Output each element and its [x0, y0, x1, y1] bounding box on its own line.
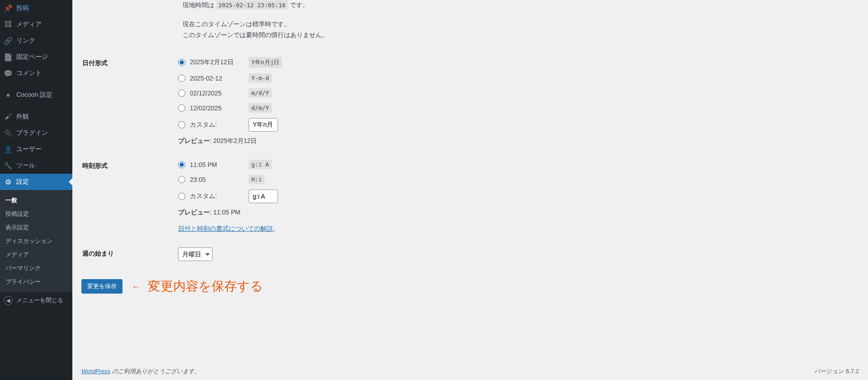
footer-thanks-text: のご利用ありがとうございます。	[110, 368, 200, 375]
submenu-item[interactable]: プライバシー	[0, 275, 72, 289]
time-preview-value: 11:05 PM	[213, 209, 241, 216]
collapse-menu-button[interactable]: ◀ メニューを閉じる	[0, 292, 72, 309]
media-icon: 🖼	[4, 20, 13, 29]
collapse-icon: ◀	[4, 296, 13, 305]
brush-icon: 🖌	[4, 112, 13, 121]
time-format-option-code: H:i	[249, 175, 264, 184]
sidebar-item-label: メディア	[16, 20, 42, 28]
date-format-option[interactable]: 12/02/2025d/m/Y	[178, 103, 854, 113]
tool-icon: 🔧	[4, 161, 13, 170]
time-format-heading: 時刻形式	[82, 153, 173, 240]
date-format-option[interactable]: 02/12/2025m/d/Y	[178, 88, 854, 98]
time-format-custom-row[interactable]: カスタム:	[178, 190, 854, 203]
main-content: 現地時間は 2025-02-12 23:05:16 です。 現在このタイムゾーン…	[72, 0, 868, 380]
date-format-option-label: 02/12/2025	[190, 90, 249, 97]
page-icon: 📄	[4, 52, 13, 62]
annotation-text: 変更内容を保存する	[148, 278, 263, 295]
time-format-radio[interactable]	[178, 161, 185, 168]
date-format-option-label: 2025年2月12日	[190, 58, 249, 66]
date-format-option-code: Y年n月j日	[249, 57, 282, 68]
footer-version: バージョン 6.7.2	[815, 367, 859, 375]
date-format-radio[interactable]	[178, 59, 185, 66]
sidebar-item-label: 外観	[16, 113, 29, 121]
week-start-heading: 週の始まり	[82, 241, 173, 268]
date-format-radio[interactable]	[178, 90, 185, 97]
time-format-option-label: 11:05 PM	[190, 161, 249, 168]
date-format-radio[interactable]	[178, 104, 185, 112]
date-format-option[interactable]: 2025年2月12日Y年n月j日	[178, 57, 854, 68]
datetime-doc-link[interactable]: 日付と時刻の書式についての解説	[178, 225, 273, 232]
time-format-radio[interactable]	[178, 176, 185, 183]
time-format-option-label: 23:05	[190, 176, 249, 183]
submenu-item[interactable]: パーマリンク	[0, 261, 72, 275]
local-time-value: 2025-02-12 23:05:16	[216, 0, 288, 10]
sidebar-item-link[interactable]: 🔗リンク	[0, 33, 72, 49]
dot-icon: ●	[4, 90, 13, 100]
sidebar-item-label: ユーザー	[16, 145, 42, 153]
date-format-custom-label: カスタム:	[190, 121, 249, 129]
submenu-item[interactable]: メディア	[0, 248, 72, 261]
time-preview-label: プレビュー	[178, 209, 210, 216]
sidebar-item-comment[interactable]: 💬コメント	[0, 65, 72, 81]
sidebar-item-pin[interactable]: 📌投稿	[0, 0, 72, 16]
sidebar-item-tool[interactable]: 🔧ツール	[0, 157, 72, 174]
date-format-option-code: m/d/Y	[249, 88, 272, 98]
collapse-menu-label: メニューを閉じる	[16, 296, 63, 304]
timezone-info: 現地時間は 2025-02-12 23:05:16 です。 現在このタイムゾーン…	[183, 0, 859, 40]
sidebar-item-label: 設定	[16, 178, 29, 186]
footer-wordpress-link[interactable]: WordPress	[81, 368, 110, 375]
date-format-option-code: d/m/Y	[249, 103, 272, 113]
date-format-radio[interactable]	[178, 75, 185, 82]
date-preview-label: プレビュー	[178, 137, 210, 144]
date-format-option-label: 12/02/2025	[190, 104, 249, 112]
submenu-item[interactable]: 一般	[0, 194, 72, 207]
submenu-item[interactable]: 投稿設定	[0, 207, 72, 221]
date-format-custom-input[interactable]	[249, 118, 278, 132]
local-time-prefix: 現地時間は	[183, 1, 214, 9]
date-format-option-label: 2025-02-12	[190, 75, 249, 82]
submenu-item[interactable]: 表示設定	[0, 221, 72, 234]
local-time-suffix: です。	[290, 1, 309, 9]
time-format-custom-label: カスタム:	[190, 192, 249, 200]
submenu-item[interactable]: ディスカッション	[0, 234, 72, 248]
annotation-arrow-icon: ←	[132, 281, 141, 292]
sidebar-item-dot[interactable]: ●Cocoon 設定	[0, 87, 72, 103]
date-format-option[interactable]: 2025-02-12Y-m-d	[178, 73, 854, 83]
admin-footer: WordPress のご利用ありがとうございます。 バージョン 6.7.2	[81, 359, 859, 380]
time-format-custom-radio[interactable]	[178, 193, 185, 200]
sidebar-item-settings[interactable]: ⚙設定	[0, 174, 72, 190]
sidebar-item-label: プラグイン	[16, 129, 48, 137]
sidebar-item-label: コメント	[16, 69, 42, 77]
timezone-dst-note: このタイムゾーンでは夏時間の慣行はありません。	[183, 30, 859, 41]
user-icon: 👤	[4, 145, 13, 154]
time-format-option[interactable]: 23:05H:i	[178, 175, 854, 184]
sidebar-item-label: ツール	[16, 162, 35, 170]
sidebar-item-label: 投稿	[16, 4, 29, 12]
date-format-option-code: Y-m-d	[249, 73, 272, 83]
date-preview-value: 2025年2月12日	[213, 137, 257, 144]
date-format-heading: 日付形式	[82, 50, 173, 152]
sidebar-item-label: リンク	[16, 37, 35, 45]
time-format-option[interactable]: 11:05 PMg:i A	[178, 160, 854, 169]
settings-icon: ⚙	[4, 177, 13, 186]
date-format-custom-radio[interactable]	[178, 121, 185, 128]
sidebar-item-brush[interactable]: 🖌外観	[0, 109, 72, 125]
plugin-icon: 🔌	[4, 128, 13, 138]
date-format-custom-row[interactable]: カスタム:	[178, 118, 854, 132]
sidebar-item-plugin[interactable]: 🔌プラグイン	[0, 125, 72, 141]
sidebar-item-media[interactable]: 🖼メディア	[0, 16, 72, 33]
sidebar-item-label: 固定ページ	[16, 53, 48, 61]
week-start-select[interactable]: 月曜日	[178, 247, 212, 261]
sidebar-item-user[interactable]: 👤ユーザー	[0, 141, 72, 157]
comment-icon: 💬	[4, 69, 13, 78]
timezone-standard-note: 現在このタイムゾーンは標準時です。	[183, 19, 859, 30]
save-changes-button[interactable]: 変更を保存	[81, 279, 123, 294]
settings-submenu: 一般投稿設定表示設定ディスカッションメディアパーマリンクプライバシー	[0, 190, 72, 292]
sidebar-item-label: Cocoon 設定	[16, 91, 52, 99]
sidebar-item-page[interactable]: 📄固定ページ	[0, 49, 72, 65]
time-format-custom-input[interactable]	[249, 190, 278, 203]
admin-sidebar: 📌投稿🖼メディア🔗リンク📄固定ページ💬コメント●Cocoon 設定🖌外観🔌プラグ…	[0, 0, 72, 380]
link-icon: 🔗	[4, 36, 13, 45]
pin-icon: 📌	[4, 4, 13, 13]
time-format-option-code: g:i A	[249, 160, 272, 169]
